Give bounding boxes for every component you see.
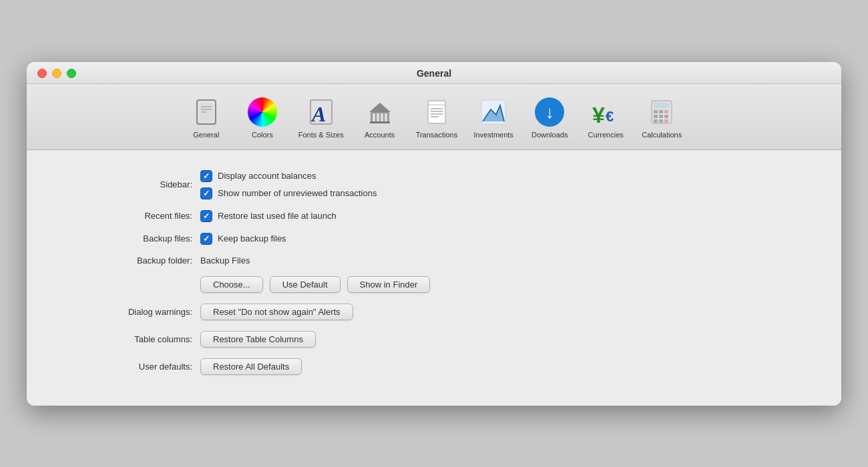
tab-currencies-label: Currencies — [588, 131, 624, 139]
close-button[interactable] — [37, 69, 47, 78]
keep-backup-label: Keep backup files — [218, 234, 286, 244]
display-balances-row: Display account balances — [200, 170, 377, 182]
restore-columns-button[interactable]: Restore Table Columns — [200, 331, 316, 348]
display-balances-checkbox[interactable] — [200, 170, 212, 182]
backup-files-row: Backup files: Keep backup files — [53, 233, 815, 245]
tab-general-label: General — [193, 131, 219, 139]
backup-folder-buttons: Choose... Use Default Show in Finder — [200, 276, 430, 293]
downloads-icon — [533, 96, 566, 128]
svg-rect-27 — [654, 115, 658, 118]
tab-accounts-label: Accounts — [365, 131, 395, 139]
calculations-icon — [646, 96, 678, 128]
svg-rect-31 — [659, 119, 663, 123]
user-defaults-label: User defaults: — [53, 362, 200, 372]
table-columns-label: Table columns: — [53, 334, 200, 344]
show-finder-button[interactable]: Show in Finder — [347, 276, 431, 293]
svg-marker-12 — [369, 103, 391, 112]
reset-alerts-button[interactable]: Reset "Do not show again" Alerts — [200, 304, 353, 320]
tab-transactions-label: Transactions — [416, 131, 458, 139]
tab-investments[interactable]: Investments — [467, 92, 520, 143]
user-defaults-row: User defaults: Restore All Defaults — [53, 358, 815, 375]
svg-text:€: € — [606, 108, 614, 125]
main-content: Sidebar: Display account balances Show n… — [27, 150, 841, 406]
tab-downloads[interactable]: Downloads — [523, 92, 576, 143]
minimize-button[interactable] — [52, 69, 61, 78]
svg-rect-32 — [664, 119, 668, 123]
svg-rect-23 — [654, 103, 670, 108]
fonts-icon: A — [305, 96, 337, 128]
sidebar-row: Sidebar: Display account balances Show n… — [53, 170, 815, 199]
svg-rect-10 — [381, 113, 383, 121]
sidebar-content: Display account balances Show number of … — [200, 170, 377, 199]
transactions-icon — [421, 96, 453, 128]
svg-text:¥: ¥ — [592, 102, 605, 127]
display-balances-label: Display account balances — [218, 171, 316, 181]
dialog-warnings-row: Dialog warnings: Reset "Do not show agai… — [53, 304, 815, 320]
user-defaults-content: Restore All Defaults — [200, 358, 302, 375]
svg-rect-26 — [664, 110, 668, 113]
colors-icon — [246, 96, 278, 128]
choose-button[interactable]: Choose... — [200, 276, 263, 293]
keep-backup-checkbox[interactable] — [200, 233, 212, 245]
tab-accounts[interactable]: Accounts — [353, 92, 407, 143]
unreviewed-label: Show number of unreviewed transactions — [218, 188, 377, 198]
tab-fonts-label: Fonts & Sizes — [298, 131, 344, 139]
table-columns-row: Table columns: Restore Table Columns — [53, 331, 815, 348]
backup-files-label: Backup files: — [53, 234, 200, 244]
titlebar: General — [27, 62, 841, 84]
accounts-icon — [364, 96, 396, 128]
backup-files-content: Keep backup files — [200, 233, 286, 245]
tab-currencies[interactable]: ¥ € Currencies — [579, 92, 632, 143]
tab-calculations[interactable]: Calculations — [635, 92, 688, 143]
dialog-warnings-label: Dialog warnings: — [53, 307, 200, 317]
dialog-warnings-content: Reset "Do not show again" Alerts — [200, 304, 353, 320]
use-default-button[interactable]: Use Default — [270, 276, 341, 293]
sidebar-label: Sidebar: — [53, 179, 200, 189]
svg-rect-11 — [385, 113, 387, 121]
recent-files-content: Restore last used file at launch — [200, 210, 337, 222]
backup-folder-row: Backup folder: Backup Files — [53, 256, 815, 266]
backup-folder-buttons-row: Choose... Use Default Show in Finder — [53, 276, 815, 293]
backup-folder-content: Backup Files — [200, 256, 250, 266]
tab-colors[interactable]: Colors — [236, 92, 289, 143]
svg-rect-30 — [654, 119, 658, 123]
general-icon — [190, 96, 222, 128]
tab-downloads-label: Downloads — [531, 131, 568, 139]
unreviewed-row: Show number of unreviewed transactions — [200, 187, 377, 199]
restore-last-row: Restore last used file at launch — [200, 210, 337, 222]
currencies-icon: ¥ € — [590, 96, 622, 128]
tab-transactions[interactable]: Transactions — [409, 92, 465, 143]
restore-last-checkbox[interactable] — [200, 210, 212, 222]
unreviewed-checkbox[interactable] — [200, 187, 212, 199]
recent-files-row: Recent files: Restore last used file at … — [53, 210, 815, 222]
svg-rect-25 — [659, 110, 663, 113]
backup-folder-value: Backup Files — [200, 256, 250, 266]
svg-rect-29 — [664, 115, 668, 118]
investments-icon — [477, 96, 509, 128]
restore-defaults-button[interactable]: Restore All Defaults — [200, 358, 302, 375]
svg-rect-8 — [373, 113, 375, 121]
tab-fonts-sizes[interactable]: A Fonts & Sizes — [292, 92, 351, 143]
tab-investments-label: Investments — [474, 131, 513, 139]
window-title: General — [417, 68, 451, 79]
table-columns-content: Restore Table Columns — [200, 331, 316, 348]
svg-rect-13 — [370, 121, 390, 123]
svg-rect-28 — [659, 115, 663, 118]
traffic-lights — [37, 69, 76, 78]
restore-last-label: Restore last used file at launch — [218, 211, 337, 221]
svg-rect-9 — [377, 113, 379, 121]
sidebar-checkboxes: Display account balances Show number of … — [200, 170, 377, 199]
tab-colors-label: Colors — [252, 131, 273, 139]
tab-calculations-label: Calculations — [642, 131, 682, 139]
recent-files-label: Recent files: — [53, 211, 200, 221]
backup-folder-label: Backup folder: — [53, 256, 200, 266]
maximize-button[interactable] — [67, 69, 76, 78]
svg-rect-24 — [654, 110, 658, 113]
toolbar: General Colors A Fonts & Sizes — [27, 84, 841, 150]
tab-general[interactable]: General — [180, 92, 233, 143]
main-window: General General Colors — [27, 62, 841, 406]
keep-backup-row: Keep backup files — [200, 233, 286, 245]
svg-text:A: A — [310, 102, 326, 126]
